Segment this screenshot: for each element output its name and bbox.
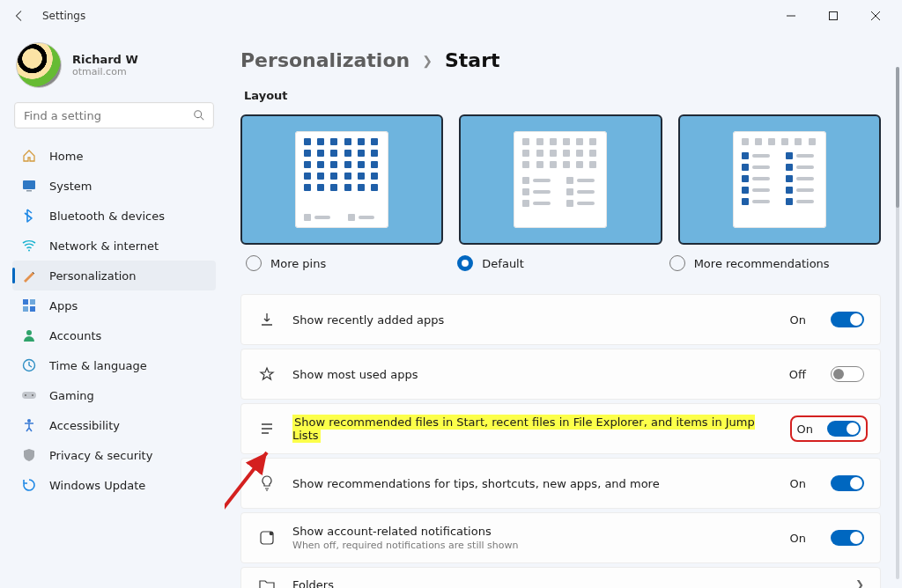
svg-rect-7 <box>23 299 28 305</box>
radio-label: More pins <box>270 257 326 270</box>
nav-privacy[interactable]: Privacy & security <box>12 440 216 470</box>
user-block[interactable]: Richard W otmail.com <box>12 37 216 100</box>
star-icon <box>257 366 277 382</box>
nav-label: Windows Update <box>49 479 145 492</box>
nav-home[interactable]: Home <box>12 141 216 171</box>
nav-label: Home <box>49 150 83 163</box>
svg-rect-9 <box>23 306 28 312</box>
layout-card-more-pins[interactable] <box>240 114 443 245</box>
nav-label: Accessibility <box>49 419 120 432</box>
clock-icon <box>21 357 37 373</box>
accessibility-icon <box>21 417 37 433</box>
toggle[interactable] <box>831 366 864 382</box>
minimize-icon <box>786 11 796 21</box>
setting-folders[interactable]: Folders ❯ <box>240 567 881 588</box>
svg-rect-10 <box>30 306 35 312</box>
list-icon <box>257 421 277 437</box>
svg-point-6 <box>28 250 30 252</box>
bluetooth-icon <box>21 208 37 224</box>
setting-title: Folders <box>292 578 834 589</box>
setting-account-notifications: Show account-related notifications When … <box>240 512 881 563</box>
apps-icon <box>21 298 37 313</box>
personalization-icon <box>21 268 37 283</box>
svg-rect-13 <box>22 392 36 399</box>
nav-label: Network & internet <box>49 239 159 253</box>
toggle[interactable] <box>831 475 864 491</box>
setting-title: Show recommendations for tips, shortcuts… <box>292 477 774 490</box>
toggle-state: On <box>797 423 813 436</box>
setting-title: Show most used apps <box>292 368 773 381</box>
wifi-icon <box>21 238 37 254</box>
nav-accessibility[interactable]: Accessibility <box>12 410 216 440</box>
chevron-right-icon: ❯ <box>855 578 864 588</box>
scrollbar[interactable] <box>896 67 899 579</box>
gaming-icon <box>21 387 37 403</box>
settings-list: Show recently added apps On Show most us… <box>240 294 881 588</box>
user-name: Richard W <box>72 53 138 66</box>
nav-network[interactable]: Network & internet <box>12 231 216 261</box>
setting-title: Show recently added apps <box>292 313 774 327</box>
folder-icon <box>257 578 277 588</box>
nav-time[interactable]: Time & language <box>12 350 216 380</box>
layout-options <box>240 114 881 245</box>
radio-label: More recommendations <box>694 257 830 270</box>
toggle[interactable] <box>831 530 864 546</box>
nav-label: Gaming <box>49 389 94 402</box>
nav-bluetooth[interactable]: Bluetooth & devices <box>12 201 216 231</box>
nav-label: Privacy & security <box>49 449 152 462</box>
layout-card-default[interactable] <box>459 114 662 245</box>
svg-rect-5 <box>26 190 32 192</box>
toggle-state: On <box>790 313 806 327</box>
nav-label: Accounts <box>49 329 101 342</box>
search-input[interactable] <box>14 102 214 129</box>
setting-recommendations-tips: Show recommendations for tips, shortcuts… <box>240 458 881 509</box>
minimize-button[interactable] <box>779 4 803 28</box>
nav-apps[interactable]: Apps <box>12 290 216 320</box>
accounts-icon <box>21 327 37 343</box>
nav-update[interactable]: Windows Update <box>12 470 216 500</box>
close-button[interactable] <box>863 4 888 28</box>
scrollbar-thumb[interactable] <box>896 67 899 208</box>
back-button[interactable] <box>7 4 32 28</box>
toggle[interactable] <box>827 421 861 437</box>
nav-label: Personalization <box>49 269 137 283</box>
system-icon <box>21 178 37 194</box>
radio-default[interactable]: Default <box>457 255 669 271</box>
svg-point-14 <box>25 394 26 396</box>
nav-system[interactable]: System <box>12 171 216 201</box>
layout-card-more-recs[interactable] <box>678 114 881 245</box>
nav-accounts[interactable]: Accounts <box>12 320 216 350</box>
radio-label: Default <box>482 257 524 270</box>
maximize-button[interactable] <box>821 4 846 28</box>
nav-personalization[interactable]: Personalization <box>12 261 216 290</box>
svg-rect-4 <box>23 180 35 189</box>
shield-icon <box>21 447 37 463</box>
nav-label: Bluetooth & devices <box>49 209 165 223</box>
nav-gaming[interactable]: Gaming <box>12 380 216 410</box>
home-icon <box>21 148 37 164</box>
download-icon <box>257 312 277 327</box>
sidebar: Richard W otmail.com Home System Bluetoo… <box>0 32 225 588</box>
toggle-state: Off <box>789 368 806 381</box>
lightbulb-icon <box>257 475 277 491</box>
title-bar: Settings <box>0 0 902 32</box>
svg-point-16 <box>27 419 31 423</box>
setting-subtitle: When off, required notifications are sti… <box>292 540 774 551</box>
radio-more-recs[interactable]: More recommendations <box>669 255 881 271</box>
radio-more-pins[interactable]: More pins <box>246 255 457 271</box>
nav: Home System Bluetooth & devices Network … <box>12 141 216 500</box>
breadcrumb: Personalization ❯ Start <box>240 32 881 84</box>
maximize-icon <box>828 11 839 21</box>
setting-recommended-files: Show recommended files in Start, recent … <box>240 403 881 454</box>
svg-line-3 <box>201 117 204 121</box>
toggle[interactable] <box>831 312 864 327</box>
layout-radios: More pins Default More recommendations <box>246 255 881 271</box>
breadcrumb-root[interactable]: Personalization <box>240 49 410 71</box>
setting-title: Show recommended files in Start, recent … <box>292 415 778 442</box>
app-title: Settings <box>42 10 85 22</box>
nav-label: System <box>49 180 92 193</box>
highlighted-toggle-box: On <box>794 419 864 438</box>
section-label-layout: Layout <box>244 89 881 102</box>
svg-point-18 <box>270 532 274 536</box>
search-box[interactable] <box>14 102 214 129</box>
